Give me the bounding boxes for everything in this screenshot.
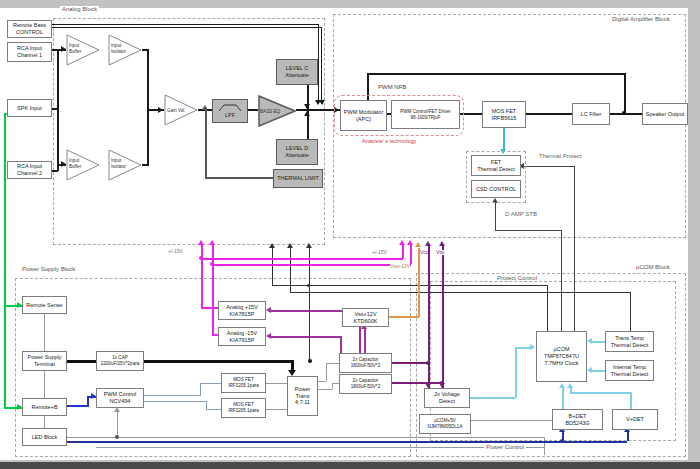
wire-b-plus [67,360,96,363]
wire-thermal-protect [524,166,575,167]
lpf-filter-icon [218,104,242,112]
power-supply-terminal-label: Power Supply Terminal [28,354,62,368]
wire-remote-b [87,396,89,407]
internal-temp-detect-box: Internal Temp Thermal Detect [605,360,654,381]
analog-block-title: Analog Block [60,6,99,12]
level-c-attenuate-box: LEVEL C Attenuate [276,59,318,85]
arrowhead [587,338,592,344]
arrowhead [407,240,413,245]
r15v-right-label: +/-15V [372,250,387,255]
arrowhead [587,367,592,373]
wire-b-det [627,431,629,441]
arrowhead [530,344,535,350]
junction-dot [210,262,214,266]
arrowhead [266,333,271,339]
wire-segment [470,397,515,399]
input-buffer-2-label: Input Buffer [69,158,81,169]
wire-remote-sense [4,113,6,409]
wire-p15 [402,245,404,258]
wire-d-amp-stb [495,230,562,231]
capacitor-1800uf-box-2: 2x Capacitor 1800uF/50V*2 [339,374,392,394]
vss12v-regulator-label: Vss+12V KTD600K [354,311,378,325]
wire-segment [591,370,605,372]
wire-segment [515,347,517,398]
csd-control-label: CSD CONTROL [476,186,516,193]
pwm-control-fet-driver-box: PWM Control/FET Driver 98-100STRjuF [391,100,460,129]
arrowhead [269,243,275,248]
remote-sense-box: Remote Sense [22,296,67,314]
arrowhead [287,243,293,248]
remote-sense-label: Remote Sense [26,302,62,309]
wire-protect [290,292,631,293]
pwm-modulator-label: PWM Modulator (APC) [344,109,383,123]
pwm-control-ncv494-label: PWM Control NCV494 [104,391,137,405]
wire-gate-drive [200,383,221,384]
lc-filter-label: LC Filter [581,111,602,118]
arrowhead [415,242,421,247]
arrowhead [306,243,312,248]
mos-fet-irfb5615-label: MOS FET IRFB5615 [492,108,517,122]
wire-power-control [544,437,545,455]
level-c-label: LEVEL C Attenuate [285,65,309,79]
b-det-box: B+DET BD5243G [552,409,603,430]
internal-temp-detect-label: Internal Temp Thermal Detect [611,364,649,378]
speaker-output-label: Speaker Output [646,111,685,118]
remote-bass-control-label: Remote Bass CONTROL [13,22,46,36]
bass-eq-label: BASS EQ [260,109,280,115]
cap-2200uf-label: 1x CAP 2200uF/25V*2para [101,355,140,366]
wire-segment [271,336,340,338]
junction-dot [622,111,626,115]
wire-vss [392,382,443,384]
wire-p15 [201,307,218,309]
junction-dot [440,381,444,385]
arrowhead [425,241,431,246]
wire-m15 [212,245,214,335]
wire-power-control [45,437,544,438]
junction-dot [307,284,310,287]
input-buffer-1-label: Input Buffer [69,43,81,54]
vss12v-rail-label: Vss+12V [390,264,410,269]
r15v-left-label: +/-15V [168,249,183,254]
voltage-detect-box: 2x Voltage Detect [424,388,470,408]
wire-p15 [201,245,203,308]
wire-segment [318,381,326,382]
wire-segment [340,336,342,354]
v-det-box: V+DET [612,409,658,430]
wire-segment [57,49,59,171]
mos-fet-irf3205-box-2: MOS FET IRF3205 1para [221,398,266,418]
wire-segment [610,113,642,115]
wire-remote-b [67,405,87,407]
wire-protect [290,248,291,292]
input-isolator-1-label: Input Isolator [111,43,126,54]
wire-segment [630,392,632,409]
fet-thermal-detect-label: FET Thermal Detect [477,159,515,173]
level-d-label: LEVEL D Attenuate [285,145,309,159]
wire-segment [248,109,258,111]
v-det-label: V+DET [626,416,644,423]
arrowhead [439,241,445,246]
wire-vss [442,246,444,389]
wire-segment [364,329,366,354]
window-bottom-bar [0,462,700,469]
capacitor-1800uf-label-1: 2x Capacitor 1800uF/50V*2 [351,357,380,368]
vcc-rail-label: Vcc [420,250,428,255]
wire-segment [570,392,631,394]
wire-gate-drive [206,409,221,410]
junction-dot [426,361,430,365]
junction-dot [199,256,203,260]
wire-protect [272,285,548,286]
pwm-control-ncv494-box: PWM Control NCV494 [96,388,144,408]
lpf-label: LPF [225,112,235,119]
d-amp-stb-label: D AMP STB [503,211,539,217]
arrowhead [559,383,565,388]
analog-p15v-regulator-box: Analog +15V KIA7815P [218,301,266,320]
wire-segment [332,383,339,384]
protect-control-title: Protect Control [495,275,539,281]
power-trans-label: Power Trans 4:7:11 [295,386,311,407]
led-block-label: LED Block [32,434,58,441]
wire-remote-bass [321,27,322,104]
wire-d-amp-stb [561,230,562,331]
wire-d-amp-stb [495,203,496,230]
power-trans-box: Power Trans 4:7:11 [287,376,318,416]
capacitor-1800uf-label-2: 2x Capacitor 1800uF/50V*2 [351,378,380,389]
